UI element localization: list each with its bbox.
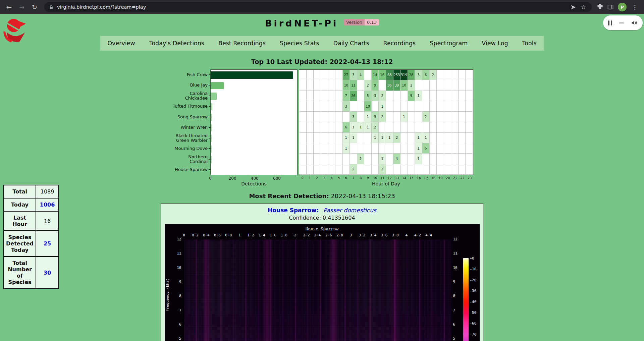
hour-tick-label: 1 xyxy=(306,176,314,180)
nav-item-recordings[interactable]: Recordings xyxy=(376,40,423,47)
heatmap-cell xyxy=(299,112,307,122)
heatmap-cell xyxy=(459,70,466,80)
heatmap-cell xyxy=(400,154,408,164)
sidebar-icon[interactable] xyxy=(607,4,614,10)
heatmap-cell xyxy=(430,164,437,175)
heatmap-cell: 2 xyxy=(357,154,365,164)
species-label: Black-throated Green Warbler xyxy=(171,133,210,144)
stats-value[interactable]: 30 xyxy=(36,257,59,289)
nav-item-overview[interactable]: Overview xyxy=(100,40,142,47)
heatmap-cell xyxy=(466,80,473,91)
stats-value[interactable]: 25 xyxy=(36,231,59,257)
spec-cbar-tick: -50 xyxy=(470,310,477,315)
stats-value[interactable]: 1006 xyxy=(36,198,59,211)
heatmap-cell xyxy=(422,164,430,175)
heatmap-cell: 39 xyxy=(393,80,401,91)
heatmap-cell xyxy=(321,91,328,101)
heatmap-cell xyxy=(321,80,328,91)
back-icon[interactable]: ← xyxy=(3,1,15,13)
heatmap-cell xyxy=(314,112,321,122)
forward-icon[interactable]: → xyxy=(16,1,28,13)
heatmap-cell xyxy=(364,143,372,154)
heatmap-cell xyxy=(430,154,437,164)
detection-bar xyxy=(211,93,217,100)
volume-icon[interactable] xyxy=(631,19,638,26)
heatmap-cell xyxy=(335,154,343,164)
reload-icon[interactable]: ↻ xyxy=(29,1,40,13)
profile-avatar[interactable]: P xyxy=(618,3,627,11)
heatmap-cell: 9 xyxy=(408,91,415,101)
heatmap-cell: 1 xyxy=(350,133,357,143)
heatmap-cell xyxy=(408,122,415,132)
nav-item-best-recordings[interactable]: Best Recordings xyxy=(211,40,273,47)
heatmap-cell: 1 xyxy=(379,154,386,164)
heatmap-cell xyxy=(444,164,451,175)
heatmap-cell xyxy=(437,80,444,91)
heatmap-cell xyxy=(444,122,451,132)
heatmap-cell xyxy=(372,154,379,164)
heatmap-cell: 1 xyxy=(422,133,430,143)
spec-cbar-tick: -70 xyxy=(470,332,477,337)
hour-tick-label: 13 xyxy=(393,176,401,180)
heatmap-cell xyxy=(386,91,393,101)
heatmap-cell xyxy=(328,154,335,164)
nav-item-species-stats[interactable]: Species Stats xyxy=(273,40,326,47)
heatmap-cell xyxy=(400,133,408,143)
detection-scientific-name[interactable]: Passer domesticus xyxy=(323,207,376,214)
spec-cbar-tick: +0 xyxy=(470,256,474,261)
detection-bar xyxy=(211,82,224,90)
heatmap-cell xyxy=(459,143,466,154)
heatmap-cell: 14 xyxy=(372,70,379,80)
extensions-icon[interactable] xyxy=(596,1,604,13)
seek-slider[interactable] xyxy=(619,22,624,23)
heatmap-cell xyxy=(444,143,451,154)
spec-ytick: 5 xyxy=(453,336,455,341)
stats-label: Last Hour xyxy=(4,211,36,231)
bookmark-star-icon[interactable]: ☆ xyxy=(580,3,587,11)
heatmap-cell xyxy=(386,112,393,122)
address-bar[interactable]: virginia.birdnetpi.com/?stream=play ☆ xyxy=(44,2,592,12)
nav-item-today-s-detections[interactable]: Today's Detections xyxy=(142,40,211,47)
heatmap-cell xyxy=(307,164,314,175)
heatmap-cell: 10 xyxy=(343,80,350,91)
nav-item-tools[interactable]: Tools xyxy=(515,40,544,47)
heatmap-cell xyxy=(400,91,408,101)
page-header: BirdNET-Pi Version 0.13 xyxy=(0,14,644,29)
heatmap-cell: 1 xyxy=(364,122,372,132)
recent-label: Most Recent Detection: xyxy=(249,192,329,200)
heatmap-cell xyxy=(408,133,415,143)
heatmap-cell: 26 xyxy=(350,91,357,101)
heatmap-cell xyxy=(451,154,459,164)
hour-tick-label: 7 xyxy=(350,176,357,180)
heatmap-cell xyxy=(430,133,437,143)
pause-button[interactable] xyxy=(608,20,612,25)
nav-item-spectrogram[interactable]: Spectrogram xyxy=(423,40,475,47)
heatmap-cell xyxy=(451,91,459,101)
heatmap-cell xyxy=(364,133,372,143)
send-icon[interactable] xyxy=(571,4,576,10)
nav-item-view-log[interactable]: View Log xyxy=(475,40,515,47)
species-label: Blue Jay xyxy=(171,80,210,91)
detection-title: House Sparrow: Passer domesticus xyxy=(161,207,483,214)
heatmap-cell xyxy=(343,112,350,122)
heatmap-cell: 1 xyxy=(415,143,422,154)
heatmap-cell xyxy=(408,112,415,122)
nav-item-daily-charts[interactable]: Daily Charts xyxy=(326,40,376,47)
heatmap-cell: 2 xyxy=(393,133,401,143)
heatmap-cell: 1 xyxy=(372,133,379,143)
heatmap-cell: 3 xyxy=(415,70,422,80)
heatmap-cell xyxy=(307,80,314,91)
heatmap-cell xyxy=(459,133,466,143)
heatmap-cell xyxy=(321,70,328,80)
spec-cbar-tick: -10 xyxy=(470,267,477,271)
menu-icon[interactable]: ⋮ xyxy=(629,1,641,13)
species-label: Fish Crow xyxy=(171,69,210,80)
heatmap-cell: 1 xyxy=(379,133,386,143)
url-text: virginia.birdnetpi.com/?stream=play xyxy=(57,4,146,10)
heatmap-cell xyxy=(335,80,343,91)
stats-table: Total1089Today1006Last Hour16Species Det… xyxy=(3,185,59,289)
hour-tick-label: 18 xyxy=(430,176,437,180)
bar-axis-tick-label: 400 xyxy=(251,176,259,181)
detection-species-link[interactable]: House Sparrow: xyxy=(268,207,319,214)
heatmap-cell xyxy=(357,164,365,175)
